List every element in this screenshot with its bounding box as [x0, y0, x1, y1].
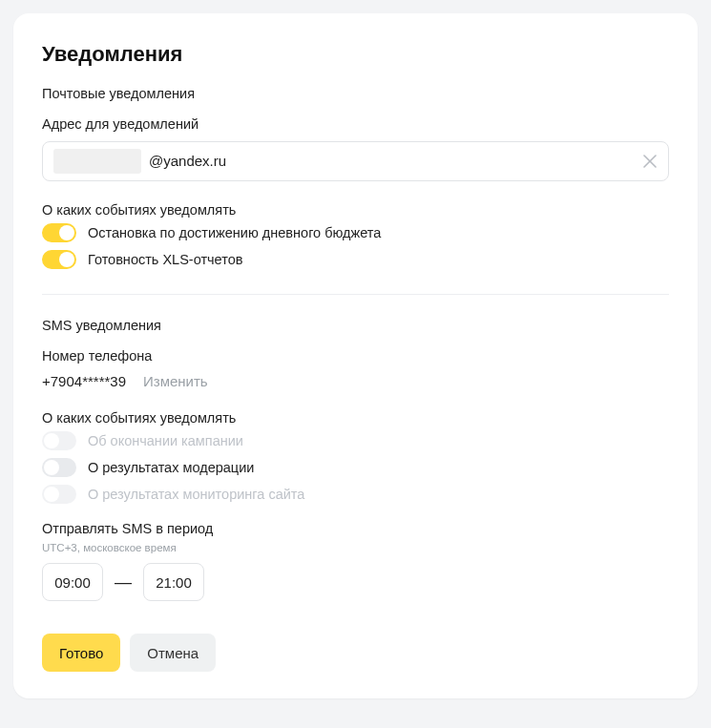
email-toggle-row-1: Готовность XLS-отчетов — [42, 250, 669, 269]
toggle-label-campaign-end: Об окончании кампании — [88, 433, 243, 448]
sms-section-label: SMS уведомления — [42, 318, 669, 333]
sms-events-label: О каких событиях уведомлять — [42, 410, 669, 426]
toggle-label-xls-reports: Готовность XLS-отчетов — [88, 252, 242, 267]
sms-toggle-row-0: Об окончании кампании — [42, 431, 669, 450]
timezone-note: UTC+3, московское время — [42, 542, 669, 553]
page-title: Уведомления — [42, 42, 669, 67]
toggle-label-moderation: О результатах модерации — [88, 460, 254, 475]
email-field-label: Адрес для уведомлений — [42, 116, 669, 132]
email-section-label: Почтовые уведомления — [42, 86, 669, 101]
phone-number: +7904*****39 — [42, 373, 126, 389]
phone-field-label: Номер телефона — [42, 348, 669, 364]
time-range-row: — — [42, 563, 669, 601]
clear-email-button[interactable] — [640, 152, 659, 171]
done-button[interactable]: Готово — [42, 634, 120, 672]
time-from-input[interactable] — [42, 563, 103, 601]
footer: Готово Отмена — [42, 634, 669, 672]
change-phone-link[interactable]: Изменить — [143, 373, 208, 389]
toggle-campaign-end — [42, 431, 76, 450]
toggle-daily-budget-stop[interactable] — [42, 223, 76, 242]
toggle-moderation-results[interactable] — [42, 458, 76, 477]
notifications-card: Уведомления Почтовые уведомления Адрес д… — [13, 13, 698, 698]
phone-row: +7904*****39 Изменить — [42, 373, 669, 389]
toggle-site-monitoring — [42, 485, 76, 504]
cancel-button[interactable]: Отмена — [130, 634, 216, 672]
email-input-wrap: @yandex.ru — [42, 141, 669, 181]
sms-toggle-row-2: О результатах мониторинга сайта — [42, 485, 669, 504]
close-icon — [643, 155, 657, 168]
sms-period-label: Отправлять SMS в период — [42, 521, 669, 536]
email-events-label: О каких событиях уведомлять — [42, 202, 669, 218]
time-to-input[interactable] — [143, 563, 204, 601]
time-range-dash: — — [115, 572, 132, 593]
sms-toggle-row-1: О результатах модерации — [42, 458, 669, 477]
toggle-label-site-monitoring: О результатах мониторинга сайта — [88, 487, 304, 502]
toggle-label-daily-budget: Остановка по достижению дневного бюджета — [88, 225, 381, 240]
section-divider — [42, 294, 669, 295]
email-toggle-row-0: Остановка по достижению дневного бюджета — [42, 223, 669, 242]
email-input[interactable] — [42, 141, 669, 181]
toggle-xls-reports-ready[interactable] — [42, 250, 76, 269]
